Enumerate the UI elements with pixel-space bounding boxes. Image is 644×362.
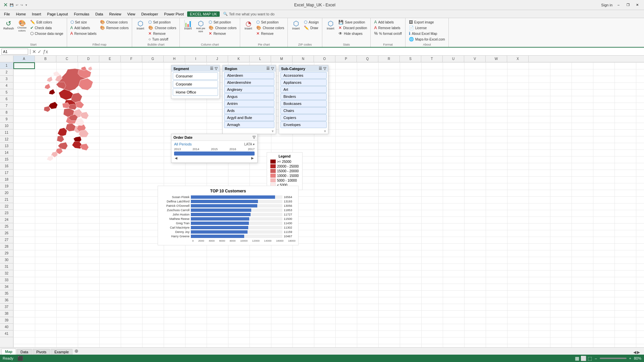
- row-header-19[interactable]: 19: [0, 183, 13, 190]
- zoom-minus[interactable]: –: [595, 356, 597, 360]
- restore-button[interactable]: ❐: [625, 3, 631, 7]
- row-header-10[interactable]: 10: [0, 123, 13, 129]
- col-header-U[interactable]: U: [443, 56, 464, 62]
- orderdate-filter-icon[interactable]: ▽: [253, 135, 255, 139]
- row-header-40[interactable]: 40: [0, 324, 13, 330]
- row-header-38[interactable]: 38: [0, 310, 13, 317]
- region-item-aberdeen[interactable]: Aberdeen: [224, 72, 274, 79]
- menu-formulas[interactable]: Formulas: [71, 11, 92, 17]
- sheet-tab-map[interactable]: Map: [1, 349, 16, 355]
- subcat-item-bookcases[interactable]: Bookcases: [280, 100, 327, 107]
- check-data-button[interactable]: ✔ Check data: [29, 25, 65, 31]
- row-header-1[interactable]: 1: [0, 62, 13, 69]
- col-header-I[interactable]: I: [185, 56, 207, 62]
- menu-developer[interactable]: Developer: [139, 11, 161, 17]
- insert-zip-button[interactable]: ⬡ Insert: [290, 19, 302, 31]
- row-header-8[interactable]: 8: [0, 109, 13, 116]
- row-header-31[interactable]: 31: [0, 263, 13, 270]
- remove-colors-filled-button[interactable]: 🎨 Remove colors: [99, 25, 130, 31]
- row-header-5[interactable]: 5: [0, 89, 13, 96]
- col-header-B[interactable]: B: [35, 56, 56, 62]
- sheet-tab-example[interactable]: Example: [51, 349, 72, 355]
- minimize-button[interactable]: –: [615, 3, 622, 7]
- menu-view[interactable]: View: [125, 11, 138, 17]
- remove-labels-filled-button[interactable]: A Remove labels: [69, 31, 98, 36]
- subcat-item-accessories[interactable]: Accessories: [280, 72, 327, 79]
- col-header-E[interactable]: E: [99, 56, 121, 62]
- insert-stats-button[interactable]: ⬡ Insert: [324, 19, 336, 31]
- scroll-sheets-left[interactable]: ◀: [633, 350, 636, 355]
- timeline-track[interactable]: [174, 152, 255, 156]
- add-pie-size-button[interactable]: ⬡ Add piesize: [195, 19, 207, 34]
- menu-insert[interactable]: Insert: [29, 11, 44, 17]
- choose-colors-filled-button[interactable]: 🎨 Choose colors: [99, 19, 130, 25]
- save-position-button[interactable]: 💾 Save position: [337, 19, 368, 25]
- license-button[interactable]: 📄 License: [408, 25, 446, 31]
- menu-data[interactable]: Data: [93, 11, 106, 17]
- row-header-15[interactable]: 15: [0, 156, 13, 163]
- remove-column-button[interactable]: ✕ Remove: [207, 31, 238, 36]
- region-item-aberdeenshire[interactable]: Aberdeenshire: [224, 79, 274, 86]
- sheet-tab-pivots[interactable]: Pivots: [33, 349, 50, 355]
- timeline-left-btn[interactable]: ◀: [174, 156, 178, 160]
- subcat-item-appliances[interactable]: Appliances: [280, 79, 327, 86]
- choose-colors-start-button[interactable]: 🎨 Choosecolors: [16, 19, 28, 33]
- row-header-9[interactable]: 9: [0, 116, 13, 123]
- row-header-25[interactable]: 25: [0, 223, 13, 230]
- remove-bubble-button[interactable]: ✕ Remove: [147, 31, 177, 36]
- segment-sort-icon[interactable]: ☰: [210, 66, 213, 71]
- menu-file[interactable]: File: [1, 11, 13, 17]
- region-filter-icon[interactable]: ▽: [271, 66, 274, 71]
- row-header-3[interactable]: 3: [0, 76, 13, 82]
- choose-colors-pie-button[interactable]: 🎨 Choose colors: [255, 25, 285, 31]
- segment-item-corporate[interactable]: Corporate: [173, 80, 218, 88]
- row-header-2[interactable]: 2: [0, 69, 13, 76]
- col-header-J[interactable]: J: [207, 56, 228, 62]
- row-header-16[interactable]: 16: [0, 163, 13, 170]
- maps-for-excel-button[interactable]: 🌐 Maps-for-Excel.com: [408, 37, 446, 42]
- row-header-28[interactable]: 28: [0, 243, 13, 250]
- col-header-G[interactable]: G: [142, 56, 164, 62]
- row-header-36[interactable]: 36: [0, 297, 13, 304]
- col-header-L[interactable]: L: [250, 56, 271, 62]
- row-header-33[interactable]: 33: [0, 277, 13, 284]
- refresh-button[interactable]: ↺ Refresh: [2, 19, 15, 31]
- row-header-41[interactable]: 41: [0, 330, 13, 337]
- set-size-button[interactable]: ⬡ Set size: [69, 19, 98, 25]
- row-header-12[interactable]: 12: [0, 136, 13, 143]
- region-item-angus[interactable]: Angus: [224, 93, 274, 100]
- formula-input[interactable]: [49, 50, 643, 54]
- subcat-item-binders[interactable]: Binders: [280, 93, 327, 100]
- about-excelmap-button[interactable]: ℹ About Excel Map: [408, 31, 446, 36]
- col-header-M[interactable]: M: [271, 56, 292, 62]
- row-header-22[interactable]: 22: [0, 203, 13, 210]
- add-sheet-button[interactable]: ⊕: [73, 347, 80, 355]
- col-header-D[interactable]: D: [78, 56, 99, 62]
- row-header-17[interactable]: 17: [0, 170, 13, 176]
- menu-home[interactable]: Home: [13, 11, 29, 17]
- region-item-antrim[interactable]: Antrim: [224, 100, 274, 107]
- col-header-T[interactable]: T: [421, 56, 443, 62]
- col-header-F[interactable]: F: [121, 56, 142, 62]
- col-header-X[interactable]: X: [507, 56, 529, 62]
- row-header-4[interactable]: 4: [0, 82, 13, 89]
- assign-zip-button[interactable]: ⬡ Assign: [303, 19, 320, 25]
- pct-format-button[interactable]: % % format on/off: [373, 31, 403, 36]
- subcategory-filter-icon[interactable]: ▽: [323, 66, 326, 71]
- col-header-N[interactable]: N: [292, 56, 314, 62]
- turn-onoff-button[interactable]: ○ Turn on/off: [147, 37, 177, 42]
- confirm-formula-icon[interactable]: ✓: [38, 49, 42, 54]
- subcat-item-copiers[interactable]: Copiers: [280, 114, 327, 121]
- row-header-21[interactable]: 21: [0, 196, 13, 203]
- row-header-26[interactable]: 26: [0, 230, 13, 237]
- col-header-S[interactable]: S: [400, 56, 421, 62]
- col-header-H[interactable]: H: [164, 56, 185, 62]
- cancel-formula-icon[interactable]: ✕: [32, 49, 36, 54]
- set-position-column-button[interactable]: ⬡ Set position: [207, 19, 238, 25]
- menu-excel-map-uk[interactable]: EXCEL MAP UK: [187, 11, 220, 17]
- page-layout-view-icon[interactable]: ⬜: [581, 356, 586, 361]
- row-header-29[interactable]: 29: [0, 250, 13, 257]
- region-item-ards[interactable]: Ards: [224, 107, 274, 114]
- remove-pie-button[interactable]: ✕ Remove: [255, 31, 285, 36]
- tell-me-bar[interactable]: 🔍 Tell me what you want to do: [223, 12, 275, 16]
